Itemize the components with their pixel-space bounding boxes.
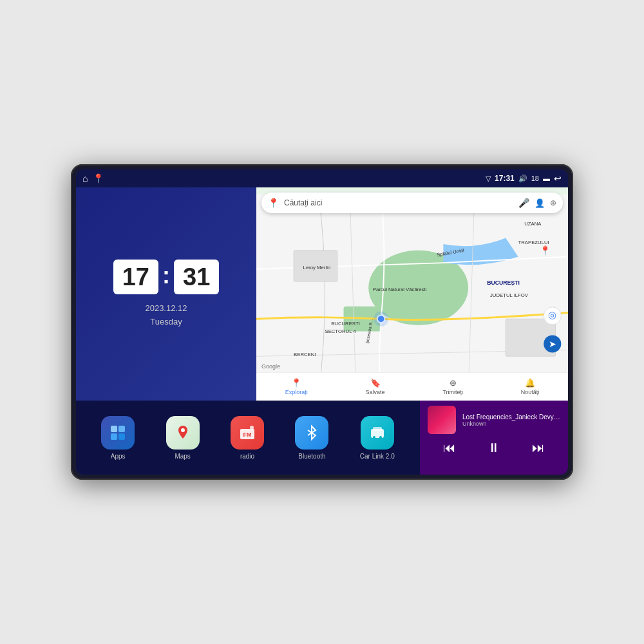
map-panel[interactable]: Parcul Natural Văcărești Leroy Merlin BU… — [256, 187, 568, 401]
music-thumbnail — [428, 406, 456, 434]
app-item-maps[interactable]: Maps — [166, 416, 200, 460]
radio-label: radio — [240, 453, 254, 460]
map-search-actions: 🎤 👤 ⊕ — [518, 198, 556, 208]
bluetooth-icon — [295, 416, 328, 450]
svg-point-30 — [250, 426, 254, 430]
prev-button[interactable]: ⏮ — [443, 440, 456, 455]
apps-section: Apps Maps — [76, 401, 420, 475]
news-icon: 🔔 — [525, 378, 535, 388]
map-nav-explore[interactable]: 📍 Explorați — [285, 378, 308, 395]
explore-icon: 📍 — [291, 378, 301, 388]
play-pause-button[interactable]: ⏸ — [488, 440, 500, 455]
map-search-bar[interactable]: 📍 Căutați aici 🎤 👤 ⊕ — [261, 193, 563, 213]
maps-icon — [166, 416, 200, 450]
share-label: Trimiteți — [442, 389, 463, 395]
svg-text:BUCUREȘTI: BUCUREȘTI — [487, 279, 520, 286]
clock-minutes: 31 — [174, 260, 219, 294]
radio-icon: FM — [231, 416, 264, 450]
apps-label: Apps — [111, 453, 126, 460]
svg-text:FM: FM — [243, 431, 252, 438]
app-item-bluetooth[interactable]: Bluetooth — [295, 416, 328, 460]
svg-rect-25 — [111, 433, 117, 440]
share-icon: ⊕ — [450, 378, 457, 388]
back-icon[interactable]: ↩ — [554, 173, 562, 184]
svg-rect-26 — [118, 433, 125, 440]
music-title: Lost Frequencies_Janieck Devy-... — [462, 413, 560, 421]
car-head-unit: ⌂ 📍 ▽ 17:31 🔊 18 ▬ ↩ 17 : — [71, 164, 573, 480]
google-logo: Google — [261, 363, 280, 370]
svg-text:SECTORUL 4: SECTORUL 4 — [325, 328, 356, 334]
screen: ⌂ 📍 ▽ 17:31 🔊 18 ▬ ↩ 17 : — [76, 169, 568, 475]
clock-colon: : — [162, 262, 170, 289]
battery-icon: ▬ — [543, 175, 550, 182]
signal-icon: ▽ — [486, 175, 491, 183]
music-artist: Unknown — [462, 421, 560, 427]
svg-text:Parcul Natural Văcărești: Parcul Natural Văcărești — [373, 287, 427, 292]
svg-rect-32 — [373, 427, 382, 431]
saved-label: Salvate — [366, 389, 385, 395]
explore-label: Explorați — [285, 389, 308, 395]
main-content: 17 : 31 2023.12.12 Tuesday — [76, 187, 568, 475]
news-label: Noutăți — [521, 389, 540, 395]
time-display: 17:31 — [495, 174, 515, 183]
svg-text:📍: 📍 — [540, 245, 551, 256]
clock-display: 17 : 31 — [113, 260, 220, 294]
map-nav-news[interactable]: 🔔 Noutăți — [521, 378, 540, 395]
svg-text:BUCUREȘTI: BUCUREȘTI — [331, 321, 360, 327]
home-icon[interactable]: ⌂ — [82, 173, 88, 184]
carlink-icon — [361, 416, 394, 450]
next-button[interactable]: ⏭ — [532, 440, 545, 455]
music-controls: ⏮ ⏸ ⏭ — [428, 438, 560, 458]
status-right-info: ▽ 17:31 🔊 18 ▬ ↩ — [486, 173, 562, 184]
svg-text:UZANA: UZANA — [524, 221, 542, 227]
map-svg: Parcul Natural Văcărești Leroy Merlin BU… — [256, 187, 568, 401]
status-left-icons: ⌂ 📍 — [82, 173, 104, 184]
map-nav-saved[interactable]: 🔖 Salvate — [366, 378, 385, 395]
music-info-row: Lost Frequencies_Janieck Devy-... Unknow… — [428, 406, 560, 434]
volume-level: 18 — [531, 175, 539, 182]
maps-pin-icon[interactable]: 📍 — [93, 173, 104, 184]
svg-rect-23 — [111, 426, 117, 432]
svg-text:JUDEȚUL ILFOV: JUDEȚUL ILFOV — [490, 292, 529, 298]
svg-point-27 — [181, 428, 185, 432]
music-text: Lost Frequencies_Janieck Devy-... Unknow… — [462, 413, 560, 427]
svg-point-17 — [374, 312, 388, 327]
app-item-carlink[interactable]: Car Link 2.0 — [360, 416, 395, 460]
maps-label: Maps — [175, 453, 190, 460]
top-section: 17 : 31 2023.12.12 Tuesday — [76, 187, 568, 401]
app-item-apps[interactable]: Apps — [101, 416, 135, 460]
clock-date: 2023.12.12 Tuesday — [145, 302, 187, 329]
maps-logo-icon: 📍 — [268, 198, 279, 208]
music-player: Lost Frequencies_Janieck Devy-... Unknow… — [420, 401, 568, 475]
bottom-section: Apps Maps — [76, 401, 568, 475]
saved-icon: 🔖 — [370, 378, 381, 388]
map-nav-share[interactable]: ⊕ Trimiteți — [442, 378, 463, 395]
status-bar: ⌂ 📍 ▽ 17:31 🔊 18 ▬ ↩ — [76, 169, 568, 187]
svg-text:➤: ➤ — [549, 339, 556, 349]
svg-text:TRAPEZULUI: TRAPEZULUI — [518, 240, 549, 245]
app-item-radio[interactable]: FM radio — [231, 416, 264, 460]
svg-point-34 — [379, 436, 382, 439]
svg-point-33 — [373, 436, 375, 439]
account-icon[interactable]: 👤 — [535, 198, 545, 208]
mic-icon[interactable]: 🎤 — [518, 198, 529, 208]
bluetooth-label: Bluetooth — [298, 453, 325, 460]
svg-text:Leroy Merlin: Leroy Merlin — [303, 265, 331, 270]
svg-text:BERCENI: BERCENI — [294, 352, 316, 357]
volume-icon: 🔊 — [518, 175, 527, 183]
clock-panel: 17 : 31 2023.12.12 Tuesday — [76, 187, 256, 401]
clock-hours: 17 — [113, 260, 158, 294]
carlink-label: Car Link 2.0 — [360, 453, 395, 460]
svg-rect-24 — [118, 426, 125, 432]
svg-text:◎: ◎ — [548, 309, 556, 320]
more-icon[interactable]: ⊕ — [550, 198, 556, 207]
map-search-text: Căutați aici — [284, 198, 513, 207]
apps-icon — [101, 416, 135, 450]
map-bottom-bar: 📍 Explorați 🔖 Salvate ⊕ Trimiteți 🔔 — [256, 372, 568, 401]
